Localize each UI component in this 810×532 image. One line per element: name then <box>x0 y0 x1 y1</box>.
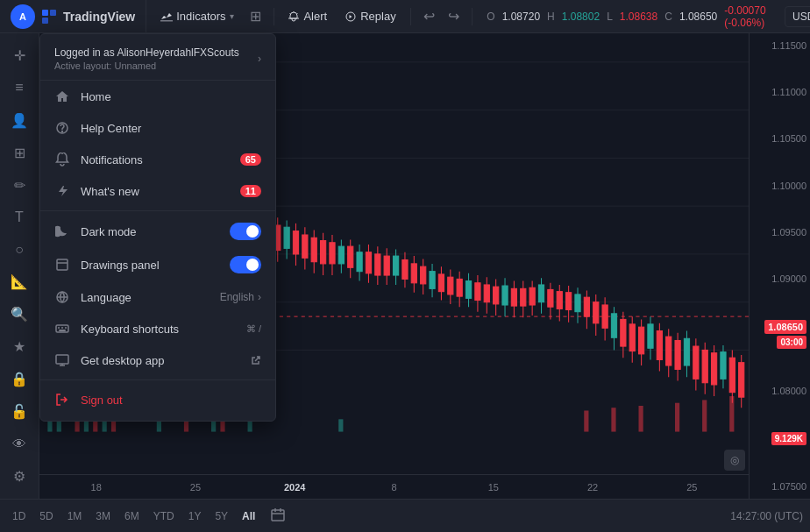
menu-user-header[interactable]: Logged in as AlisonHeyerdahlFXScouts Act… <box>40 39 275 81</box>
menu-item-language[interactable]: Language English › <box>40 281 275 313</box>
sidebar-lock[interactable]: 🔒 <box>4 364 35 394</box>
tf-ytd[interactable]: YTD <box>148 507 180 525</box>
notifications-badge: 65 <box>240 153 261 166</box>
svg-rect-68 <box>684 338 689 365</box>
svg-rect-176 <box>729 358 735 392</box>
svg-rect-46 <box>284 227 289 248</box>
replay-button[interactable]: Replay <box>338 6 402 26</box>
menu-divider-1 <box>40 210 275 211</box>
menu-item-desktop[interactable]: Get desktop app <box>40 344 275 376</box>
tf-1y[interactable]: 1Y <box>183 507 207 525</box>
menu-item-drawings[interactable]: Drawings panel <box>40 248 275 281</box>
svg-rect-195 <box>675 403 679 432</box>
svg-rect-170 <box>693 346 699 379</box>
time-8: 8 <box>345 482 444 493</box>
ohlc-display: O 1.08720 H 1.08802 L 1.08638 C 1.08650 … <box>480 4 781 29</box>
menu-item-darkmode[interactable]: Dark mode <box>40 215 275 248</box>
svg-rect-166 <box>666 337 671 365</box>
time-18: 18 <box>46 482 146 493</box>
tf-all[interactable]: All <box>237 507 260 525</box>
tf-1d[interactable]: 1D <box>7 507 31 525</box>
time-22: 22 <box>543 482 642 493</box>
drawings-toggle[interactable] <box>230 256 261 273</box>
tv-logo-icon <box>40 8 58 25</box>
replay-icon <box>345 11 357 23</box>
svg-rect-60 <box>538 285 544 302</box>
tf-5y[interactable]: 5Y <box>210 507 233 525</box>
menu-item-keyboard[interactable]: Keyboard shortcuts ⌘ / <box>40 313 275 344</box>
svg-rect-140 <box>511 288 516 306</box>
undo-button[interactable]: ↩ <box>418 4 440 29</box>
svg-rect-197 <box>729 396 734 432</box>
svg-rect-62 <box>575 294 580 312</box>
svg-rect-178 <box>739 363 744 397</box>
logo-area[interactable]: A TradingView <box>0 0 146 32</box>
svg-rect-146 <box>548 289 553 307</box>
bottom-bar: 1D 5D 1M 3M 6M YTD 1Y 5Y All 14:27:00 (U… <box>0 499 810 532</box>
svg-rect-196 <box>702 400 707 431</box>
menu-drawings-label: Drawings panel <box>81 259 219 272</box>
sidebar-lock2[interactable]: 🔓 <box>4 396 35 427</box>
sidebar-text[interactable]: T <box>4 202 35 233</box>
sidebar-draw[interactable]: ✏ <box>4 170 35 201</box>
svg-rect-110 <box>320 241 325 264</box>
sidebar-ruler[interactable]: 📐 <box>4 266 35 297</box>
darkmode-toggle[interactable] <box>230 223 261 240</box>
sidebar-eye[interactable]: 👁 <box>4 429 35 459</box>
monitor-icon <box>54 352 70 368</box>
current-time: 03:00 <box>777 336 806 349</box>
keyboard-icon <box>54 321 70 337</box>
sidebar-settings[interactable]: ⚙ <box>4 461 35 492</box>
sidebar-circle[interactable]: ○ <box>4 235 35 266</box>
svg-rect-118 <box>375 254 380 275</box>
current-price: 1.08650 <box>764 320 806 334</box>
avatar[interactable]: A <box>11 4 35 29</box>
sidebar-star[interactable]: ★ <box>4 331 35 362</box>
price-1095: 1.09500 <box>753 227 806 238</box>
sidebar-lines[interactable]: ≡ <box>4 73 35 103</box>
tf-3m[interactable]: 3M <box>90 507 116 525</box>
sidebar-zoom[interactable]: 🔍 <box>4 299 35 330</box>
svg-rect-130 <box>448 277 453 294</box>
alert-icon <box>288 11 300 23</box>
menu-item-notifications[interactable]: Notifications 65 <box>40 144 275 175</box>
goto-current-button[interactable]: ◎ <box>724 450 745 471</box>
alert-button[interactable]: Alert <box>281 6 334 26</box>
globe-icon <box>54 289 70 305</box>
menu-item-help[interactable]: Help Center <box>40 112 275 144</box>
indicators-button[interactable]: Indicators ▾ <box>153 6 240 26</box>
sidebar-grid[interactable]: ⊞ <box>4 138 35 168</box>
redo-button[interactable]: ↪ <box>443 4 465 29</box>
svg-rect-66 <box>648 324 653 348</box>
moon-icon <box>54 223 70 239</box>
svg-rect-116 <box>366 252 371 273</box>
logo-text: TradingView <box>63 10 135 24</box>
sidebar-people[interactable]: 👤 <box>4 105 35 136</box>
sidebar-crosshair[interactable]: ✛ <box>4 40 35 71</box>
menu-item-home[interactable]: Home <box>40 81 275 112</box>
time-25b: 25 <box>643 482 742 493</box>
currency-button[interactable]: USD ▾ <box>785 6 810 27</box>
svg-rect-126 <box>421 266 426 284</box>
svg-rect-138 <box>494 287 499 304</box>
calendar-button[interactable] <box>271 507 285 525</box>
svg-rect-154 <box>593 302 599 323</box>
tf-6m[interactable]: 6M <box>119 507 145 525</box>
layout-button[interactable]: ⊞ <box>245 4 266 29</box>
tf-5d[interactable]: 5D <box>34 507 58 525</box>
time-25: 25 <box>146 482 245 493</box>
svg-rect-6 <box>57 259 68 270</box>
menu-home-label: Home <box>81 90 261 103</box>
menu-item-signout[interactable]: Sign out <box>40 384 275 415</box>
svg-rect-144 <box>529 287 535 305</box>
svg-rect-50 <box>357 252 362 272</box>
tf-1m[interactable]: 1M <box>62 507 88 525</box>
time-2024: 2024 <box>245 482 345 493</box>
svg-rect-168 <box>675 341 680 370</box>
volume-label: 9.129K <box>771 432 806 445</box>
svg-rect-56 <box>465 281 471 299</box>
svg-rect-64 <box>611 314 616 337</box>
svg-rect-112 <box>330 243 335 264</box>
svg-rect-122 <box>402 260 408 280</box>
menu-item-whatsnew[interactable]: What's new 11 <box>40 175 275 207</box>
